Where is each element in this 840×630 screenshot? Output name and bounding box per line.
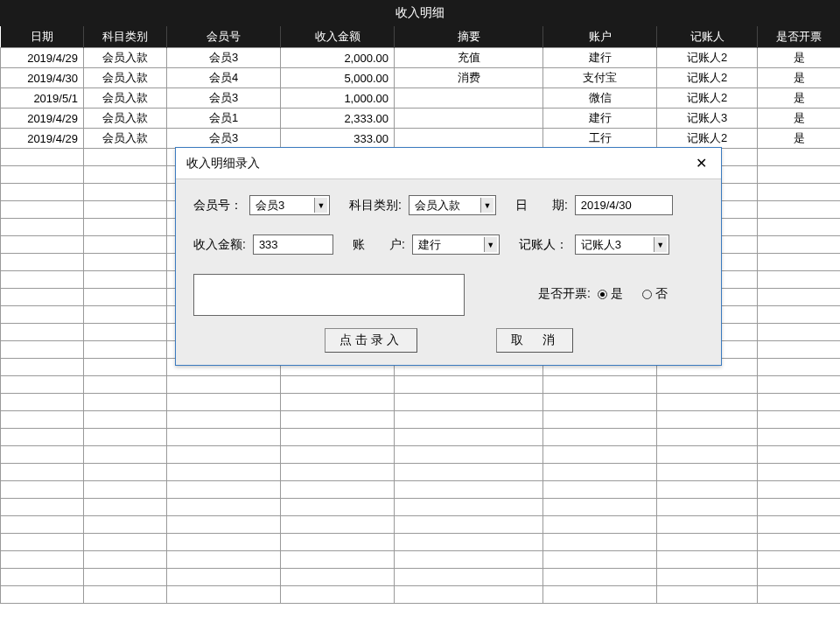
- col-summary: 摘要: [395, 26, 543, 48]
- table-row[interactable]: 2019/4/29会员入款会员32,000.00充值建行记账人2是: [1, 48, 841, 68]
- label-category: 科目类别:: [349, 198, 402, 214]
- cell-cat: 会员入款: [84, 108, 167, 129]
- date-input-value: 2019/4/30: [581, 199, 632, 212]
- table-header-row: 日期 科目类别 会员号 收入金额 摘要 账户 记账人 是否开票: [1, 26, 841, 48]
- cell-booker: 记账人2: [657, 48, 758, 68]
- cell-amount: 1,000.00: [281, 88, 395, 108]
- member-select-value: 会员3: [256, 198, 284, 214]
- table-row-empty[interactable]: [1, 551, 841, 569]
- table-row-empty[interactable]: [1, 499, 841, 516]
- submit-button[interactable]: 点击录入: [325, 328, 417, 353]
- cell-booker: 记账人2: [657, 129, 758, 149]
- cell-summary: [395, 88, 543, 108]
- label-date: 日 期:: [515, 198, 568, 214]
- cell-date: 2019/4/30: [1, 68, 84, 88]
- income-entry-dialog: 收入明细录入 ✕ 会员号： 会员3 ▼ 科目类别: 会员入款 ▼ 日 期: 20…: [175, 147, 722, 366]
- cell-member: 会员1: [167, 108, 281, 129]
- table-row[interactable]: 2019/4/29会员入款会员3333.00工行记账人2是: [1, 129, 841, 149]
- cell-invoice: 是: [758, 88, 841, 108]
- cell-summary: [395, 108, 543, 129]
- amount-input[interactable]: 333: [253, 234, 333, 255]
- col-member: 会员号: [167, 26, 281, 48]
- cell-amount: 2,000.00: [281, 48, 395, 68]
- cell-account: 建行: [543, 48, 657, 68]
- cell-amount: 2,333.00: [281, 108, 395, 129]
- col-booker: 记账人: [657, 26, 758, 48]
- cell-summary: 充值: [395, 48, 543, 68]
- cell-cat: 会员入款: [84, 88, 167, 108]
- cell-date: 2019/4/29: [1, 48, 84, 68]
- invoice-yes-radio[interactable]: 是: [598, 286, 623, 302]
- invoice-no-label: 否: [655, 286, 668, 302]
- cell-member: 会员3: [167, 129, 281, 149]
- table-row[interactable]: 2019/4/29会员入款会员12,333.00建行记账人3是: [1, 108, 841, 129]
- category-select[interactable]: 会员入款 ▼: [409, 195, 496, 215]
- category-select-value: 会员入款: [415, 198, 460, 214]
- table-row-empty[interactable]: [1, 481, 841, 499]
- col-date: 日期: [1, 26, 84, 48]
- table-row[interactable]: 2019/4/30会员入款会员45,000.00消费支付宝记账人2是: [1, 68, 841, 88]
- radio-icon: [598, 290, 607, 299]
- cell-cat: 会员入款: [84, 129, 167, 149]
- dialog-title: 收入明细录入: [186, 156, 260, 172]
- cell-cat: 会员入款: [84, 48, 167, 68]
- col-amount: 收入金额: [281, 26, 395, 48]
- col-category: 科目类别: [84, 26, 167, 48]
- cell-invoice: 是: [758, 48, 841, 68]
- account-select-value: 建行: [418, 237, 441, 253]
- page-title: 收入明细: [0, 0, 840, 26]
- amount-input-value: 333: [259, 238, 278, 251]
- table-row-empty[interactable]: [1, 464, 841, 481]
- cancel-button[interactable]: 取 消: [496, 328, 573, 353]
- cell-amount: 333.00: [281, 129, 395, 149]
- date-input[interactable]: 2019/4/30: [575, 195, 673, 215]
- cell-invoice: 是: [758, 68, 841, 88]
- table-row-empty[interactable]: [1, 446, 841, 464]
- table-row-empty[interactable]: [1, 569, 841, 586]
- radio-icon: [642, 290, 652, 299]
- table-row-empty[interactable]: [1, 376, 841, 394]
- cell-member: 会员3: [167, 48, 281, 68]
- cell-summary: 消费: [395, 68, 543, 88]
- summary-textarea[interactable]: [193, 274, 465, 316]
- table-row-empty[interactable]: [1, 429, 841, 446]
- cell-account: 建行: [543, 108, 657, 129]
- table-row[interactable]: 2019/5/1会员入款会员31,000.00微信记账人2是: [1, 88, 841, 108]
- chevron-down-icon: ▼: [314, 198, 327, 213]
- table-row-empty[interactable]: [1, 516, 841, 534]
- cell-invoice: 是: [758, 129, 841, 149]
- chevron-down-icon: ▼: [654, 237, 667, 252]
- table-row-empty[interactable]: [1, 411, 841, 429]
- col-account: 账户: [543, 26, 657, 48]
- cell-account: 工行: [543, 129, 657, 149]
- label-invoice: 是否开票:: [538, 286, 591, 302]
- booker-select[interactable]: 记账人3 ▼: [575, 234, 669, 255]
- cell-booker: 记账人2: [657, 88, 758, 108]
- label-member: 会员号：: [193, 198, 242, 214]
- cell-account: 微信: [543, 88, 657, 108]
- invoice-yes-label: 是: [611, 286, 623, 302]
- cell-member: 会员3: [167, 88, 281, 108]
- booker-select-value: 记账人3: [581, 237, 621, 253]
- account-select[interactable]: 建行 ▼: [412, 234, 500, 255]
- cell-invoice: 是: [758, 108, 841, 129]
- member-select[interactable]: 会员3 ▼: [249, 195, 330, 215]
- table-row-empty[interactable]: [1, 586, 841, 604]
- cell-booker: 记账人3: [657, 108, 758, 129]
- col-invoice: 是否开票: [758, 26, 841, 48]
- chevron-down-icon: ▼: [484, 237, 497, 252]
- cell-account: 支付宝: [543, 68, 657, 88]
- label-booker: 记账人：: [519, 237, 568, 253]
- cell-booker: 记账人2: [657, 68, 758, 88]
- table-row-empty[interactable]: [1, 394, 841, 411]
- label-account: 账 户:: [353, 237, 405, 253]
- table-row-empty[interactable]: [1, 534, 841, 551]
- close-icon[interactable]: ✕: [692, 155, 710, 172]
- cell-date: 2019/4/29: [1, 108, 84, 129]
- chevron-down-icon: ▼: [480, 198, 494, 213]
- invoice-no-radio[interactable]: 否: [642, 286, 668, 302]
- cell-member: 会员4: [167, 68, 281, 88]
- cell-date: 2019/4/29: [1, 129, 84, 149]
- cell-amount: 5,000.00: [281, 68, 395, 88]
- cell-cat: 会员入款: [84, 68, 167, 88]
